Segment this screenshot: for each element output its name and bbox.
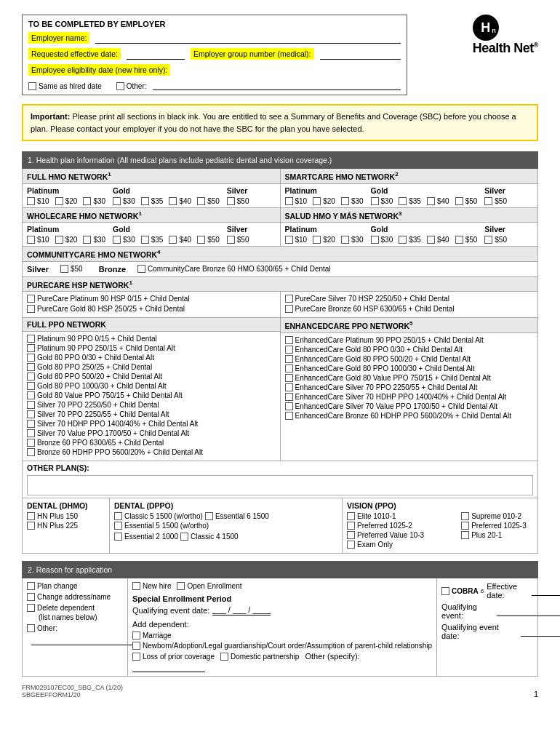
purecare-gold[interactable]: PureCare Gold 80 HSP 250/25 + Child Dent… [27,305,185,313]
domestic-chk[interactable]: Domestic partnership [220,652,299,661]
sc-gold-35[interactable]: $35 [399,197,421,205]
wc-gold-35[interactable]: $35 [141,236,164,244]
ecppo-3[interactable]: EnhancedCare Gold 80 PPO 500/20 + Child … [285,355,471,363]
other-checkbox[interactable]: Other: [116,82,147,90]
fppo-9[interactable]: Silver 70 PPO 2250/55 + Child Dental Alt [27,410,169,418]
fppo-10[interactable]: Silver 70 HDHP PPO 1400/40% + Child Dent… [27,420,198,428]
vppo-7[interactable]: Plus 20-1 [461,531,502,539]
requested-date-field[interactable] [127,49,185,60]
cc-bronze-chk[interactable]: CommunityCare Bronze 60 HMO 6300/65 + Ch… [137,265,331,273]
cobra-chk[interactable]: COBRA6 [441,587,484,595]
sc-plat-20[interactable]: $20 [313,197,335,205]
sl-gold-40[interactable]: $40 [427,236,449,244]
dhmo-1[interactable]: HN Plus 150 [27,512,78,520]
wc-plat-30[interactable]: $30 [83,236,105,244]
ecppo-4[interactable]: EnhancedCare Gold 80 PPO 1000/30 + Child… [285,364,475,372]
same-as-hired-box[interactable] [28,82,36,90]
delete-dep-chk[interactable]: Delete dependent [27,604,95,612]
fppo-7[interactable]: Gold 80 Value PPO 750/15 + Child Dental … [27,391,183,399]
wc-gold-50[interactable]: $50 [197,236,220,244]
ecppo-2[interactable]: EnhancedCare Gold 80 PPO 0/30 + Child De… [285,346,463,354]
cobra-qualifying-date-field[interactable] [521,626,560,637]
marriage-chk[interactable]: Marriage [132,632,171,640]
plan-change-chk[interactable]: Plan change [27,582,78,590]
purecare-bronze[interactable]: PureCare Bronze 60 HSP 6300/65 + Child D… [285,305,455,313]
wc-silver-50[interactable]: $50 [227,236,249,244]
sl-plat-30[interactable]: $30 [341,236,364,244]
sc-gold-40[interactable]: $40 [427,197,449,205]
sl-gold-35[interactable]: $35 [399,236,421,244]
wc-gold-40[interactable]: $40 [169,236,191,244]
sc-silver-50[interactable]: $50 [484,197,507,205]
other-box[interactable] [116,82,124,90]
wc-gold-30[interactable]: $30 [113,236,135,244]
other-reason-chk[interactable]: Other: [27,624,57,632]
cobra-qualifying-field[interactable] [497,606,560,616]
fppo-5[interactable]: Gold 80 PPO 500/20 + Child Dental Alt [27,372,162,381]
new-hire-chk[interactable]: New hire [132,582,171,590]
purecare-plat[interactable]: PureCare Platinum 90 HSP 0/15 + Child De… [27,295,190,303]
ecppo-6[interactable]: EnhancedCare Silver 70 PPO 2250/55 + Chi… [285,383,478,391]
cc-silver-50[interactable]: $50 [60,265,83,273]
dppo-3[interactable]: Essential 5 1500 (w/ortho) [114,522,209,530]
sc-gold-30[interactable]: $30 [371,197,393,205]
full-hmo-gold-35[interactable]: $35 [141,197,164,205]
dhmo-2[interactable]: HN Plus 225 [27,522,78,530]
ecppo-7[interactable]: EnhancedCare Silver 70 HDHP PPO 1400/40%… [285,393,507,401]
fppo-6[interactable]: Gold 80 PPO 1000/30 + Child Dental Alt [27,382,167,390]
employer-name-field[interactable] [95,33,401,44]
ecppo-5[interactable]: EnhancedCare Gold 80 Value PPO 750/15 + … [285,374,491,382]
fppo-1[interactable]: Platinum 90 PPO 0/15 + Child Dental [27,335,157,343]
full-hmo-plat-20[interactable]: $20 [55,197,78,205]
dppo-5[interactable]: Classic 4 1500 [180,533,239,541]
full-hmo-gold-50[interactable]: $50 [197,197,220,205]
cobra-effective-field[interactable] [532,586,560,596]
newborn-chk[interactable]: Newborn/Adoption/Legal guardianship/Cour… [132,642,432,650]
full-hmo-gold-30[interactable]: $30 [113,197,135,205]
fppo-4[interactable]: Gold 80 PPO 250/25 + Child Dental [27,363,152,371]
sl-gold-50[interactable]: $50 [455,236,478,244]
vppo-1[interactable]: Elite 1010-1 [347,512,396,520]
fppo-13[interactable]: Bronze 60 HDHP PPO 5600/20% + Child Dent… [27,448,203,456]
other-plans-input[interactable] [27,475,533,495]
sc-plat-30[interactable]: $30 [341,197,364,205]
fppo-12[interactable]: Bronze 60 PPO 6300/65 + Child Dental [27,439,164,447]
sl-gold-30[interactable]: $30 [371,236,393,244]
purecare-silver[interactable]: PureCare Silver 70 HSP 2250/50 + Child D… [285,295,449,303]
full-hmo-gold-40[interactable]: $40 [169,197,191,205]
group-number-field[interactable] [320,49,401,60]
ecppo-8[interactable]: EnhancedCare Silver 70 Value PPO 1700/50… [285,402,498,410]
vppo-5[interactable]: Supreme 010-2 [461,512,521,520]
other-reason-field[interactable] [31,635,133,645]
change-address-chk[interactable]: Change address/name [27,593,111,601]
sl-plat-20[interactable]: $20 [313,236,335,244]
ecppo-1[interactable]: EnhancedCare Platinum 90 PPO 250/15 + Ch… [285,336,484,344]
open-enrollment-chk[interactable]: Open Enrollment [177,582,241,590]
vppo-2[interactable]: Preferred 1025-2 [347,522,412,530]
full-hmo-plat-30[interactable]: $30 [83,197,105,205]
other-field[interactable] [153,80,401,90]
fppo-8[interactable]: Silver 70 PPO 2250/50 + Child Dental [27,401,159,409]
vppo-3[interactable]: Preferred Value 10-3 [347,531,424,539]
vppo-4[interactable]: Exam Only [347,541,393,549]
ecppo-9[interactable]: EnhancedCare Bronze 60 HDHP PPO 5600/20%… [285,412,512,420]
full-hmo-silver-50[interactable]: $50 [227,197,249,205]
dppo-4[interactable]: Essential 2 1000 [114,533,178,541]
full-hmo-plat-10[interactable]: $10 [27,197,49,205]
sl-plat-10[interactable]: $10 [285,236,308,244]
fppo-11[interactable]: Silver 70 Value PPO 1700/50 + Child Dent… [27,429,189,437]
other-specify-field[interactable] [132,662,205,672]
loss-prior-chk[interactable]: Loss of prior coverage [132,652,215,661]
wc-plat-10[interactable]: $10 [27,236,49,244]
dppo-1[interactable]: Classic 5 1500 (w/ortho) [114,512,203,520]
wc-plat-20[interactable]: $20 [55,236,78,244]
vppo-6[interactable]: Preferred 1025-3 [461,522,527,530]
sc-plat-10[interactable]: $10 [285,197,308,205]
dppo-2[interactable]: Essential 6 1500 [205,512,269,520]
sl-silver-50[interactable]: $50 [484,236,507,244]
sc-gold-50[interactable]: $50 [455,197,478,205]
qualifying-event-date[interactable]: ___ / ___ / ____ [212,605,271,615]
fppo-3[interactable]: Gold 80 PPO 0/30 + Child Dental Alt [27,354,154,362]
same-as-hired-checkbox[interactable]: Same as hired date [28,82,102,90]
fppo-2[interactable]: Platinum 90 PPO 250/15 + Child Dental Al… [27,344,175,352]
